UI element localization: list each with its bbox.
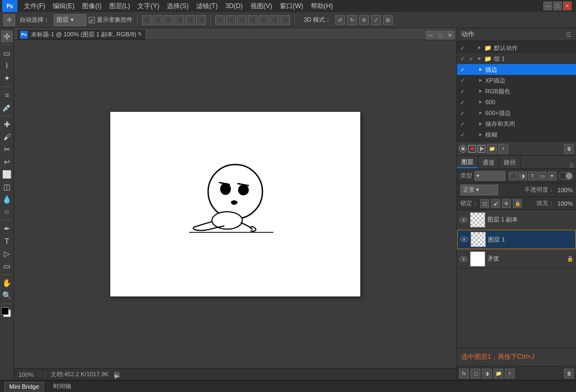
heal-tool[interactable]: ✚ xyxy=(1,118,13,130)
canvas-maximize[interactable]: □ xyxy=(436,31,444,40)
tab-layers[interactable]: 图层 xyxy=(457,156,478,168)
action-play-btn[interactable] xyxy=(478,145,485,153)
status-arrow[interactable]: ▶ xyxy=(114,372,120,377)
filter-dropdown[interactable]: ▾ xyxy=(474,171,505,181)
zoom-tool[interactable]: 🔍 xyxy=(1,289,13,301)
action-item-xp[interactable]: ✓ XP描边 xyxy=(457,75,576,86)
history-brush[interactable]: ↩ xyxy=(1,156,13,168)
dist-btn-4[interactable]: ⬛ xyxy=(248,15,258,25)
move-tool[interactable]: ✣ xyxy=(1,30,13,42)
tab-close-btn[interactable]: ✕ xyxy=(138,31,142,37)
action-item-stroke[interactable]: ✓ 描边 xyxy=(457,64,576,75)
eyedropper-tool[interactable]: 💉 xyxy=(1,102,13,113)
3d-rotate-btn[interactable]: ↺ xyxy=(335,15,345,25)
tab-paths[interactable]: 路径 xyxy=(499,156,521,168)
align-btn-4[interactable]: ⬛ xyxy=(174,15,184,25)
action-item-rgb[interactable]: ✓ RGB颜色 xyxy=(457,86,576,97)
move-tool-icon[interactable]: ✣ xyxy=(3,14,15,26)
lasso-tool[interactable]: ⌇ xyxy=(1,60,13,72)
menu-image[interactable]: 图像(I) xyxy=(79,1,104,12)
hand-tool[interactable]: ✋ xyxy=(1,277,13,289)
close-btn[interactable]: ✕ xyxy=(563,2,572,10)
quick-select-tool[interactable]: ✦ xyxy=(1,72,13,84)
action-item-blur[interactable]: ✓ 模糊 xyxy=(457,129,576,140)
maximize-btn[interactable]: □ xyxy=(553,2,562,10)
align-btn-5[interactable]: ⬛ xyxy=(185,15,195,25)
3d-roll-btn[interactable]: ↻ xyxy=(347,15,357,25)
add-layer-btn[interactable]: + xyxy=(505,369,515,378)
dist-btn-2[interactable]: ⬛ xyxy=(226,15,236,25)
menu-filter[interactable]: 滤镜(T) xyxy=(193,1,221,12)
transform-checkbox-box[interactable]: ✓ xyxy=(89,17,95,23)
add-adjustment-btn[interactable]: ◑ xyxy=(482,369,492,378)
3d-scale-btn[interactable]: ⊞ xyxy=(383,15,393,25)
delete-layer-btn[interactable]: 🗑 xyxy=(564,369,574,378)
tab-channels[interactable]: 通道 xyxy=(478,156,499,168)
lock-all-btn[interactable]: 🔒 xyxy=(513,199,522,208)
menu-view[interactable]: 视图(V) xyxy=(247,1,276,12)
menu-edit[interactable]: 编辑(E) xyxy=(49,1,78,12)
dist-btn-3[interactable]: ⬛ xyxy=(237,15,247,25)
filter-pixel-btn[interactable]: ⬛ xyxy=(509,172,517,180)
path-select-tool[interactable]: ▷ xyxy=(1,248,13,260)
action-item-default[interactable]: ✓ 📁 默认动作 xyxy=(457,42,576,53)
dist-btn-7[interactable]: ⬛ xyxy=(280,15,290,25)
color-swatch[interactable] xyxy=(1,307,13,319)
dist-btn-6[interactable]: ⬛ xyxy=(270,15,279,25)
filter-adjust-btn[interactable]: ◑ xyxy=(518,172,527,180)
action-delete-btn[interactable]: 🗑 xyxy=(564,144,574,154)
filter-smart-btn[interactable]: ✦ xyxy=(548,172,556,180)
action-item-group1[interactable]: ✓ ✓ 📁 组 1 xyxy=(457,53,576,64)
canvas-scroll-area[interactable] xyxy=(14,40,456,368)
layer-visibility-bg[interactable] xyxy=(459,255,468,263)
menu-type[interactable]: 文字(Y) xyxy=(134,1,162,12)
blur-tool[interactable]: 💧 xyxy=(1,193,13,205)
zoom-level[interactable]: 100% xyxy=(18,371,40,378)
3d-slide-btn[interactable]: ⤢ xyxy=(371,15,381,25)
lock-transparent-btn[interactable]: ◫ xyxy=(480,199,489,208)
layers-panel-menu[interactable]: ☰ xyxy=(567,163,576,168)
bottom-tab-timeline[interactable]: 时间轴 xyxy=(48,382,76,391)
action-item-600[interactable]: ✓ 600 xyxy=(457,97,576,108)
canvas-close[interactable]: ✕ xyxy=(446,31,454,40)
action-item-600stroke[interactable]: ✓ 600+描边 xyxy=(457,108,576,118)
layer-visibility-1[interactable] xyxy=(460,235,468,244)
add-mask-btn[interactable]: ◻ xyxy=(471,369,480,378)
action-new-btn[interactable]: + xyxy=(498,144,508,154)
filter-shape-btn[interactable]: ▭ xyxy=(538,172,547,180)
eraser-tool[interactable]: ⬜ xyxy=(1,168,13,180)
menu-file[interactable]: 文件(F) xyxy=(21,1,48,12)
dist-btn-1[interactable]: ⬛ xyxy=(215,15,225,25)
3d-pan-btn[interactable]: ✣ xyxy=(359,15,369,25)
shape-tool[interactable]: ▭ xyxy=(1,260,13,272)
type-tool[interactable]: T xyxy=(1,235,13,247)
filter-type-btn[interactable]: T xyxy=(528,172,537,180)
pen-tool[interactable]: ✒ xyxy=(1,223,13,235)
action-record-btn[interactable] xyxy=(468,145,476,153)
menu-select[interactable]: 选择(S) xyxy=(164,1,192,12)
fill-value[interactable]: 100% xyxy=(556,200,573,207)
menu-window[interactable]: 窗口(W) xyxy=(277,1,306,12)
align-btn-2[interactable]: ⬛ xyxy=(153,15,162,25)
action-new-set-btn[interactable]: 📁 xyxy=(487,144,497,154)
menu-layer[interactable]: 图层(L) xyxy=(106,1,134,12)
layer-item-bg[interactable]: 矛庋 🔒 xyxy=(457,249,576,269)
add-style-btn[interactable]: fx xyxy=(459,369,469,378)
menu-help[interactable]: 帮助(H) xyxy=(308,1,336,12)
action-stop-btn[interactable] xyxy=(459,145,467,153)
lock-position-btn[interactable]: ✣ xyxy=(502,199,511,208)
filter-toggle[interactable] xyxy=(559,172,573,180)
opacity-value[interactable]: 100% xyxy=(556,187,573,193)
align-btn-1[interactable]: ⬛ xyxy=(142,15,152,25)
gradient-tool[interactable]: ◫ xyxy=(1,181,13,193)
layer-item-copy[interactable]: 图层 1 副本 xyxy=(457,210,576,230)
action-item-save[interactable]: ✓ 储存和关闭 xyxy=(457,118,576,129)
layer-item-1[interactable]: 图层 1 xyxy=(457,230,576,249)
transform-checkbox[interactable]: ✓ 显示变换控件 xyxy=(89,16,133,24)
layer-dropdown[interactable]: 图层 ▾ xyxy=(54,14,86,26)
menu-3d[interactable]: 3D(D) xyxy=(222,1,246,11)
bottom-tab-mini-bridge[interactable]: Mini Bridge xyxy=(4,382,44,391)
actions-panel-menu[interactable]: ☰ xyxy=(566,31,572,39)
blend-mode-dropdown[interactable]: 正常 ▾ xyxy=(460,185,498,195)
align-btn-6[interactable]: ⬛ xyxy=(196,15,206,25)
